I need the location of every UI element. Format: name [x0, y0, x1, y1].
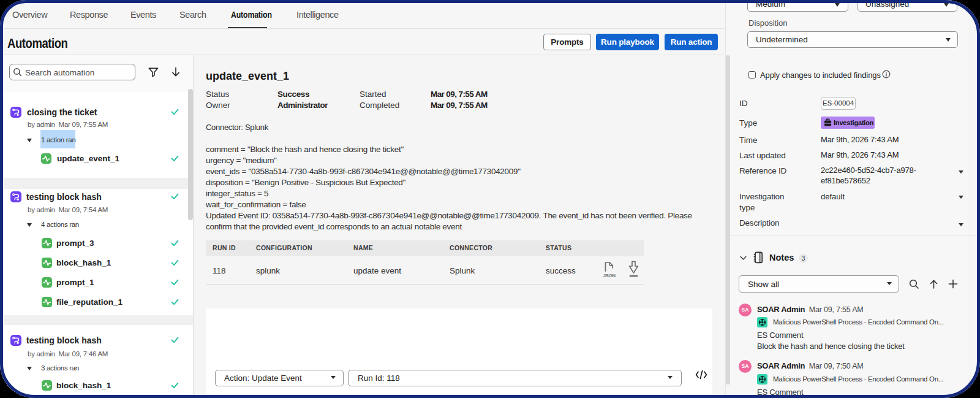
svg-text:JSON: JSON	[603, 273, 616, 278]
